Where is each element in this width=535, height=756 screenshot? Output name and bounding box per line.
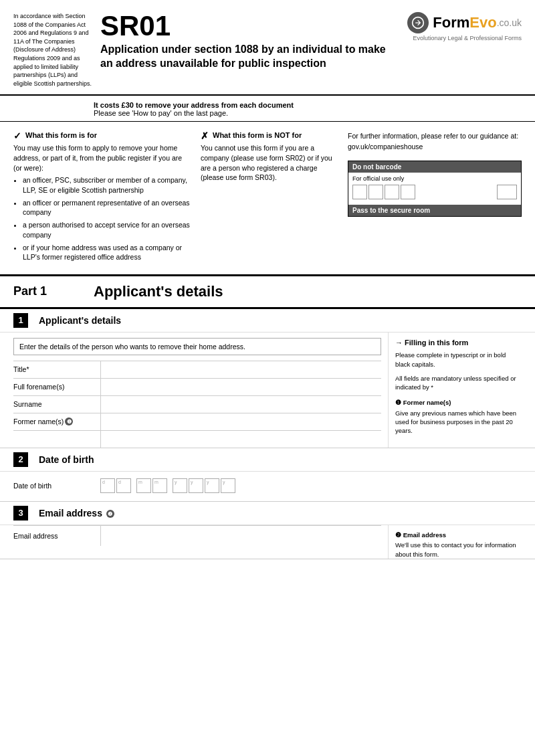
section2-number: 2 (13, 452, 28, 467)
list-item: a person authorised to accept service fo… (23, 220, 190, 240)
logo-icon (407, 12, 429, 33)
dob-month-1[interactable]: m (136, 478, 151, 493)
barcode-cell (385, 185, 399, 199)
header-section: In accordance with Section 1088 of the C… (0, 0, 535, 96)
section1-instruction: Enter the details of the person who want… (13, 338, 381, 355)
header-logo: FormEvo.co.uk Evolutionary Legal & Profe… (388, 12, 522, 88)
what-not-for-col: ✗ What this form is NOT for You cannot u… (201, 131, 348, 265)
former-names-label: Former name(s)❶ (13, 413, 100, 430)
dob-d-label: d (117, 479, 130, 485)
logo-evo-text: Evo (469, 14, 496, 31)
list-item: or if your home address was used as a co… (23, 243, 190, 262)
part1-header: Part 1 Applicant's details (0, 276, 535, 309)
dob-day-2[interactable]: d (116, 478, 131, 493)
logo-form-text: Form (433, 14, 469, 31)
further-info-col: For further information, please refer to… (348, 131, 522, 265)
email-row: Email address (13, 525, 381, 546)
former-names-input-1[interactable] (100, 413, 381, 430)
barcode-cell (401, 185, 415, 199)
section2-body: Date of birth d d (0, 472, 535, 501)
dob-m-label: m (153, 479, 167, 485)
former-names-row1: Former name(s)❶ (13, 413, 381, 430)
checkmark-icon: ✓ (13, 131, 21, 140)
section1-left: Enter the details of the person who want… (13, 333, 388, 448)
forenames-row: Full forename(s) (13, 378, 381, 395)
email-side-note: We'll use this to contact you for inform… (395, 541, 522, 559)
what-for-heading: ✓ What this form is for (13, 131, 190, 140)
former-names-row2 (13, 430, 381, 448)
x-mark-icon: ✗ (201, 131, 209, 140)
section2-header: 2 Date of birth (0, 448, 535, 472)
what-for-body: You may use this form to apply to remove… (13, 143, 190, 262)
dob-y-label: y (189, 479, 203, 485)
barcode-cell-wide (497, 185, 517, 199)
barcode-cells (352, 185, 517, 199)
email-label: Email address (13, 526, 100, 546)
section1-title: Applicant's details (39, 315, 121, 326)
dob-row: Date of birth d d (13, 476, 522, 496)
logo-svg-icon (411, 16, 425, 29)
filling-note-2: All fields are mandatory unless specifie… (395, 374, 522, 392)
dob-year-4[interactable]: y (221, 478, 235, 493)
what-for-col: ✓ What this form is for You may use this… (13, 131, 201, 265)
filling-in-arrow: → Filling in this form (395, 338, 522, 348)
barcode-label: For official use only (352, 175, 517, 182)
section3: 3 Email address ❷ Email address ❷ Email … (0, 502, 535, 559)
dob-year-2[interactable]: y (189, 478, 203, 493)
barcode-footer: Pass to the secure room (348, 205, 521, 216)
title-row: Title* (13, 361, 381, 378)
dob-year-3[interactable]: y (205, 478, 219, 493)
info-section: ✓ What this form is for You may use this… (0, 122, 535, 276)
email-input[interactable] (100, 526, 381, 546)
barcode-cell (352, 185, 367, 199)
cost-banner-sub: Please see 'How to pay' on the last page… (94, 109, 522, 117)
cost-banner-main: It costs £30 to remove your address from… (94, 101, 522, 109)
section1-body: Enter the details of the person who want… (0, 333, 535, 448)
part1-label: Part 1 (13, 284, 74, 298)
barcode-box: Do not barcode For official use only Pas… (348, 161, 522, 217)
former-names-side-note: Give any previous names which have been … (395, 409, 522, 436)
former-names-side-heading: ❶ Former name(s) (395, 398, 522, 407)
logo-tagline: Evolutionary Legal & Professional Forms (413, 35, 522, 41)
section1-right: → Filling in this form Please complete i… (388, 333, 522, 448)
email-side-heading: ❷ Email address (395, 531, 522, 539)
filling-note-1: Please complete in typescript or in bold… (395, 351, 522, 369)
dob-year-1[interactable]: y (173, 478, 187, 493)
section3-number: 3 (13, 506, 28, 521)
title-input[interactable] (100, 361, 381, 378)
forenames-input[interactable] (100, 379, 381, 395)
barcode-cell (368, 185, 383, 199)
section3-body: Email address ❷ Email address We'll use … (0, 525, 535, 559)
email-info-icon: ❷ (106, 510, 114, 518)
dob-cells: d d m m (100, 478, 235, 493)
forenames-label: Full forename(s) (13, 379, 100, 395)
header-center: SR01 Application under section 1088 by a… (94, 12, 388, 88)
dob-y-label: y (221, 479, 235, 485)
section1-header: 1 Applicant's details (0, 309, 535, 333)
dob-m-label: m (137, 479, 150, 485)
dob-month-2[interactable]: m (152, 478, 167, 493)
barcode-header: Do not barcode (348, 161, 521, 173)
section1: 1 Applicant's details Enter the details … (0, 309, 535, 448)
surname-input[interactable] (100, 396, 381, 413)
dob-day-1[interactable]: d (100, 478, 115, 493)
header-left-text: In accordance with Section 1088 of the C… (13, 12, 94, 88)
dob-y-label: y (173, 479, 187, 485)
logo-couk-text: .co.uk (497, 17, 522, 28)
dob-d-label: d (101, 479, 114, 485)
dob-label: Date of birth (13, 482, 100, 490)
what-not-for-body: You cannot use this form if you are a co… (201, 143, 337, 183)
former-names-info-icon: ❶ (65, 417, 73, 426)
section3-header: 3 Email address ❷ (0, 502, 535, 525)
section2-title: Date of birth (39, 454, 94, 465)
list-item: an officer or permanent representative o… (23, 198, 190, 217)
barcode-inner: For official use only (348, 173, 521, 205)
section3-left: Email address (13, 525, 388, 559)
section2: 2 Date of birth Date of birth d d (0, 448, 535, 502)
former-names-label-2 (13, 431, 100, 448)
form-code: SR01 (100, 12, 388, 40)
section3-right: ❷ Email address We'll use this to contac… (388, 525, 522, 559)
form-title: Application under section 1088 by an ind… (100, 43, 388, 71)
what-for-list: an officer, PSC, subscriber or member of… (13, 175, 190, 262)
former-names-input-2[interactable] (100, 431, 381, 448)
